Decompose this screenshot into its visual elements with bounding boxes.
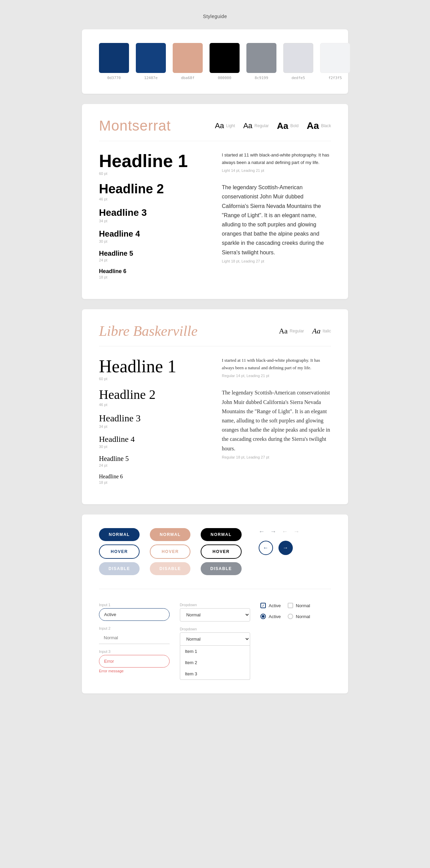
input-1-field[interactable] (99, 608, 170, 621)
sample-meta-2: Light 18 pt, Leading 27 pt (222, 259, 331, 263)
input-3-container: Input 3 Error message (99, 649, 170, 673)
checkbox-normal-box[interactable] (288, 603, 293, 608)
swatch-box-000000 (210, 43, 240, 73)
swatch-box-8c9199 (246, 43, 276, 73)
radio-normal-button[interactable] (288, 614, 293, 619)
libre-header: Libre Baskerville Aa Regular Aa Italic (99, 323, 331, 346)
headline-1-libre-pt: 60 pt (99, 377, 208, 381)
radio-active-item[interactable]: Active (260, 614, 281, 619)
black-hover-button[interactable]: HOVER (201, 544, 241, 559)
arrow-right-plain-1[interactable]: → (270, 528, 276, 535)
radio-normal-label: Normal (296, 614, 310, 619)
checkbox-row: ✓ Active Normal (260, 603, 331, 608)
salmon-hover-button[interactable]: HOVER (150, 544, 190, 559)
dropdown-2-open: Normal Item 1 Item 2 Item 3 (180, 632, 250, 680)
navy-normal-button[interactable]: NORMAL (99, 528, 140, 541)
font-style-label-regular: Regular (255, 123, 269, 128)
swatch-box-0d3770 (99, 43, 129, 73)
arrow-left-circle[interactable]: ← (259, 541, 273, 555)
dropdown-item-1[interactable]: Item 1 (180, 646, 250, 657)
libre-body-samples: I started at 11 with black-and-white pho… (222, 357, 331, 491)
font-style-sample-black: Aa (307, 120, 319, 131)
checkbox-normal-label: Normal (296, 603, 310, 608)
sample-meta-libre-1: Regular 14 pt, Leading 21 pt (222, 374, 331, 378)
headline-1-libre: Headline 1 (99, 357, 208, 376)
arrow-row-1: ← → ← → (259, 528, 300, 535)
headline-item: Headline 1 60 pt (99, 357, 208, 381)
swatch-box-f2f3f5 (320, 43, 350, 73)
font-style-sample-regular: Aa (243, 121, 253, 130)
libre-body: Headline 1 60 pt Headline 2 46 pt Headli… (99, 357, 331, 491)
radio-active-button[interactable] (260, 614, 266, 619)
headline-3-libre-pt: 34 pt (99, 424, 208, 429)
navy-hover-button[interactable]: HOVER (99, 544, 140, 559)
dropdown-1-select[interactable]: Normal Item 1 Item 2 Item 3 (180, 608, 250, 622)
headline-4-libre-pt: 30 pt (99, 445, 208, 449)
headline-1-pt: 60 pt (99, 171, 208, 176)
headline-item: Headline 3 34 pt (99, 413, 208, 429)
swatch-item: dedfe5 (283, 43, 313, 80)
body-sample-1: I started at 11 with black-and-white pho… (222, 151, 331, 173)
ui-components-card: NORMAL HOVER DISABLE NORMAL HOVER DISABL… (82, 514, 348, 693)
headline-5-libre-pt: 24 pt (99, 463, 208, 467)
input-1-label: Input 1 (99, 603, 170, 607)
input-3-field[interactable] (99, 655, 170, 668)
dropdown-1-container: Dropdown Normal Item 1 Item 2 Item 3 (180, 603, 250, 622)
font-style-regular-libre: Aa Regular (279, 327, 304, 335)
swatch-item: 000000 (210, 43, 240, 80)
swatch-label-0d3770: 0d3770 (107, 76, 121, 80)
checkbox-active-item[interactable]: ✓ Active (260, 603, 281, 608)
headline-item: Headline 4 30 pt (99, 435, 208, 449)
swatch-label-8c9199: 8c9199 (255, 76, 268, 80)
body-sample-libre-1: I started at 11 with black-and-white pho… (222, 357, 331, 378)
montserrat-card: Montserrat Aa Light Aa Regular Aa Bold A… (82, 104, 348, 299)
input-1-container: Input 1 (99, 603, 170, 621)
montserrat-styles: Aa Light Aa Regular Aa Bold Aa Black (215, 120, 331, 131)
checkbox-normal-item[interactable]: Normal (288, 603, 310, 608)
headline-item: Headline 3 34 pt (99, 207, 208, 223)
montserrat-header: Montserrat Aa Light Aa Regular Aa Bold A… (99, 118, 331, 141)
headline-3-pt: 34 pt (99, 219, 208, 223)
headline-6-libre: Headline 6 (99, 474, 208, 480)
dropdown-item-3[interactable]: Item 3 (180, 668, 250, 679)
dropdown-item-2[interactable]: Item 2 (180, 657, 250, 668)
swatch-label-f2f3f5: f2f3f5 (328, 76, 342, 80)
salmon-normal-button[interactable]: NORMAL (150, 528, 190, 541)
input-2-field[interactable] (99, 632, 170, 644)
headline-2-libre: Headline 2 (99, 387, 208, 402)
font-style-black: Aa Black (307, 120, 331, 131)
radio-dot (262, 615, 264, 618)
font-style-label-regular-libre: Regular (290, 329, 304, 333)
swatch-item: dba68f (173, 43, 203, 80)
headline-1-mont: Headline 1 (99, 151, 208, 171)
checkbox-active-label: Active (269, 603, 281, 608)
arrow-left-plain-1[interactable]: ← (259, 528, 265, 535)
black-normal-button[interactable]: NORMAL (201, 528, 241, 541)
font-style-sample-bold: Aa (277, 121, 288, 131)
navy-disable-button: DISABLE (99, 562, 140, 575)
body-sample-libre-2: The legendary Scottish-American conserva… (222, 388, 331, 459)
inputs-row: Input 1 Input 2 Input 3 Error message Dr… (99, 603, 331, 680)
checkbox-active-box[interactable]: ✓ (260, 603, 266, 608)
swatch-box-dba68f (173, 43, 203, 73)
swatch-item: 12407e (136, 43, 166, 80)
headline-2-mont: Headline 2 (99, 182, 208, 196)
ui-section: NORMAL HOVER DISABLE NORMAL HOVER DISABL… (99, 528, 331, 680)
libre-headlines: Headline 1 60 pt Headline 2 46 pt Headli… (99, 357, 208, 491)
arrow-right-circle-filled[interactable]: → (278, 541, 293, 555)
arrow-right-plain-2[interactable]: → (293, 528, 300, 535)
montserrat-body-samples: I started at 11 with black-and-white pho… (222, 151, 331, 285)
dropdown-2-label: Dropdown (180, 627, 250, 631)
headline-6-mont: Headline 6 (99, 268, 208, 274)
sample-meta-1: Light 14 pt, Leading 21 pt (222, 168, 331, 173)
black-disable-button: DISABLE (201, 562, 241, 575)
headline-3-mont: Headline 3 (99, 207, 208, 218)
headline-item: Headline 5 24 pt (99, 250, 208, 262)
arrow-left-plain-2[interactable]: ← (282, 528, 288, 535)
sample-text-libre-1: I started at 11 with black-and-white pho… (222, 357, 331, 372)
swatch-label-dedfe5: dedfe5 (291, 76, 305, 80)
dropdown-2-select[interactable]: Normal (180, 632, 250, 646)
body-sample-2: The legendary Scottish-American conserva… (222, 183, 331, 263)
headline-4-libre: Headline 4 (99, 435, 208, 444)
radio-normal-item[interactable]: Normal (288, 614, 310, 619)
